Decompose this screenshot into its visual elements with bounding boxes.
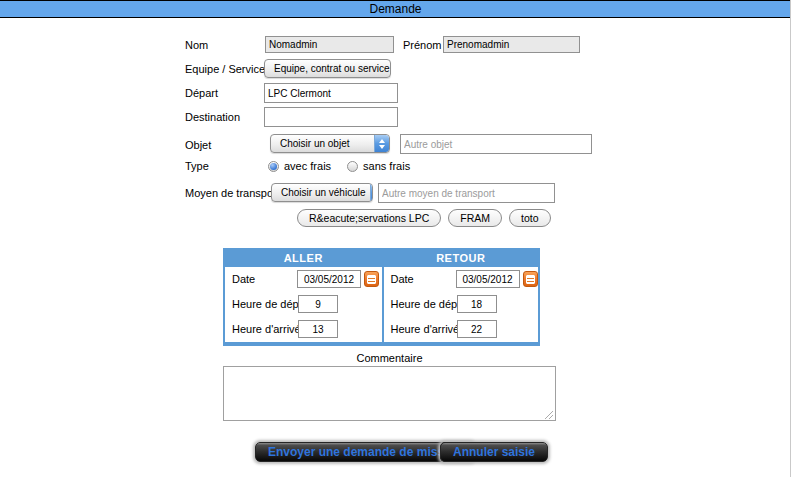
autre-transport-input[interactable] <box>378 183 555 203</box>
depart-input[interactable] <box>264 83 398 103</box>
toto-button[interactable]: toto <box>509 209 551 227</box>
aller-heure-arrivee-input[interactable] <box>298 320 338 338</box>
aller-column: ALLER Date Heure de départ Heure d'arriv… <box>225 250 382 342</box>
retour-date-label: Date <box>391 273 414 285</box>
annuler-saisie-button[interactable]: Annuler saisie <box>440 442 548 462</box>
transport-label: Moyen de transport <box>185 187 280 199</box>
demande-form-page: Demande Nom Prénom Equipe / Service Equi… <box>0 0 791 477</box>
retour-date-row: Date <box>384 267 539 292</box>
radio-avec-frais[interactable] <box>268 161 279 172</box>
nom-label: Nom <box>185 39 208 51</box>
prenom-input[interactable] <box>443 36 580 53</box>
prenom-label: Prénom <box>403 39 442 51</box>
aller-heure-arrivee-label: Heure d'arrivée <box>232 323 307 335</box>
aller-heure-depart-input[interactable] <box>298 295 338 313</box>
retour-date-input[interactable] <box>456 270 520 288</box>
aller-date-input[interactable] <box>297 270 361 288</box>
radio-avec-frais-label: avec frais <box>284 160 331 172</box>
radio-sans-frais[interactable] <box>347 161 358 172</box>
retour-calendar-icon[interactable] <box>523 271 538 287</box>
autre-objet-input[interactable] <box>400 134 592 154</box>
objet-selected-value: Choisir un objet <box>271 138 374 149</box>
transport-select[interactable]: Choisir un véhicule <box>271 183 373 202</box>
retour-column: RETOUR Date Heure de départ Heure d'arri… <box>382 250 539 342</box>
retour-heure-depart-input[interactable] <box>457 295 497 313</box>
aller-calendar-icon[interactable] <box>364 271 379 287</box>
objet-label: Objet <box>185 139 211 151</box>
type-label: Type <box>185 160 209 172</box>
retour-heure-arrivee-label: Heure d'arrivée <box>391 323 466 335</box>
equipe-service-selected-value: Equipe, contrat ou service <box>265 63 391 74</box>
commentaire-label: Commentaire <box>223 352 556 364</box>
transport-selected-value: Choisir un véhicule <box>272 187 370 198</box>
type-radio-group: avec frais sans frais <box>268 160 410 172</box>
page-title: Demande <box>0 0 791 18</box>
nom-input[interactable] <box>265 36 394 53</box>
fram-button[interactable]: FRAM <box>448 209 502 227</box>
equipe-service-label: Equipe / Service <box>185 63 265 75</box>
quick-buttons-row: R&eacute;servations LPC FRAM toto <box>297 209 551 227</box>
radio-sans-frais-label: sans frais <box>363 160 410 172</box>
aller-header: ALLER <box>225 250 382 267</box>
schedule-table: ALLER Date Heure de départ Heure d'arriv… <box>223 248 540 346</box>
destination-label: Destination <box>185 111 240 123</box>
reservations-lpc-button[interactable]: R&eacute;servations LPC <box>297 209 441 227</box>
aller-depart-row: Heure de départ <box>225 292 382 317</box>
destination-input[interactable] <box>264 107 398 127</box>
aller-date-row: Date <box>225 267 382 292</box>
retour-heure-arrivee-input[interactable] <box>457 320 497 338</box>
select-stepper-icon <box>374 135 389 152</box>
retour-header: RETOUR <box>384 250 539 267</box>
aller-date-label: Date <box>232 273 255 285</box>
depart-label: Départ <box>185 87 218 99</box>
commentaire-textarea[interactable] <box>223 366 556 421</box>
select-stepper-icon <box>370 184 374 201</box>
retour-arrivee-row: Heure d'arrivée <box>384 317 539 342</box>
retour-depart-row: Heure de départ <box>384 292 539 317</box>
objet-select[interactable]: Choisir un objet <box>270 134 390 153</box>
aller-arrivee-row: Heure d'arrivée <box>225 317 382 342</box>
equipe-service-select[interactable]: Equipe, contrat ou service <box>264 59 391 78</box>
